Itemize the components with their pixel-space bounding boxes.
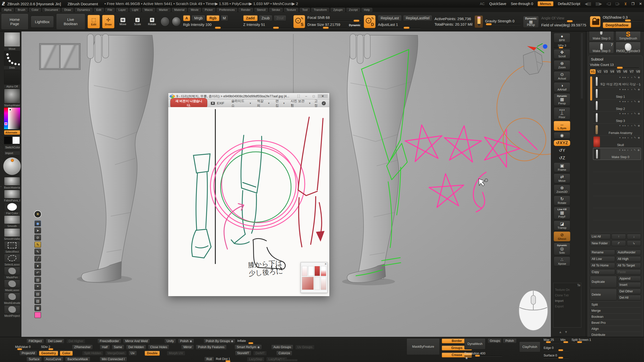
section-boolean[interactable]: Boolean bbox=[590, 313, 641, 320]
viewer-menu-슬라이드쇼[interactable]: 슬라이드 쇼▼ bbox=[231, 99, 251, 108]
min-slider[interactable]: Min bbox=[560, 338, 570, 343]
close-button[interactable]: ✕ bbox=[639, 2, 642, 6]
rotate-button[interactable]: RRotate bbox=[146, 15, 158, 28]
menu-document[interactable]: Document bbox=[42, 8, 60, 12]
menu-macro[interactable]: Macro bbox=[142, 8, 155, 12]
xyz-button[interactable]: ↺XYZ bbox=[554, 140, 570, 146]
freezeborder-button[interactable]: FreezeBorder bbox=[97, 339, 121, 344]
SPix 3-slider[interactable]: SPix 3 bbox=[554, 44, 570, 48]
move-up-button[interactable]: ↑ bbox=[612, 234, 626, 239]
menu-preferences[interactable]: Preferences bbox=[217, 8, 237, 12]
adjust-last-slider[interactable]: AdjustLast 1 bbox=[378, 22, 421, 28]
secondary-color-swatch[interactable] bbox=[12, 137, 20, 144]
menu-help[interactable]: Help bbox=[361, 8, 373, 12]
left-shelf-item-meshproject[interactable]: MeshProject bbox=[4, 305, 20, 318]
del-lower-button[interactable]: Del Lower bbox=[46, 339, 64, 344]
move-button[interactable]: MMove bbox=[117, 15, 129, 28]
rot-y-button[interactable]: ↺Y bbox=[554, 147, 570, 154]
delete-button[interactable]: Delete bbox=[590, 289, 617, 300]
tool-thumb-pm3d-cylinder[interactable]: PM3D_Cylinder3 bbox=[616, 42, 641, 54]
current-material-sphere[interactable] bbox=[3, 157, 21, 175]
live-boolean-button[interactable]: Live Boolean bbox=[56, 14, 85, 30]
see-through-slider[interactable]: See-through 0 bbox=[511, 2, 533, 6]
rgb-button[interactable]: Rgb bbox=[207, 15, 219, 21]
right-tray-arrows[interactable]: ▲▼ bbox=[559, 330, 570, 334]
half-button[interactable]: Half bbox=[100, 345, 110, 350]
anchor-a-button[interactable]: A bbox=[183, 15, 190, 21]
solo-button[interactable]: Dynamic◎Solo bbox=[554, 243, 570, 255]
left-shelf-item-selectlasso[interactable]: SelectLasso bbox=[4, 254, 20, 266]
home-page-button[interactable]: Home Page bbox=[1, 14, 28, 30]
frame-button[interactable]: ▣Frame bbox=[554, 162, 570, 172]
right-tray-scrollbar[interactable] bbox=[581, 33, 583, 99]
menu-tool[interactable]: Tool bbox=[300, 8, 310, 12]
import-button[interactable]: Import bbox=[4, 151, 20, 155]
subtool-item[interactable]: ▾ ●● ◐ ◑ ✎ ◉9강 여성 2단계 바디 각상 - 상체 bbox=[593, 75, 641, 87]
menu-light[interactable]: Light bbox=[130, 8, 141, 12]
left-tray-resize-handle[interactable] bbox=[1, 114, 3, 167]
deep-shadow-button[interactable]: DeepShadow bbox=[603, 22, 631, 28]
menu-color[interactable]: Color bbox=[29, 8, 41, 12]
subtool-scroll-indicator[interactable] bbox=[590, 76, 592, 101]
exif-button[interactable]: EXIF bbox=[211, 101, 224, 105]
slash-circle-icon[interactable]: ⊘ bbox=[34, 235, 41, 241]
menu-layer[interactable]: Layer bbox=[116, 8, 128, 12]
mergedown-button[interactable]: MergeDown bbox=[105, 351, 127, 356]
lsym-button[interactable]: ↔L.Sym bbox=[554, 121, 570, 131]
gravity-strength-slider[interactable]: Gravity Strength 0 bbox=[485, 19, 520, 25]
menu-dynamics[interactable]: Dynamics bbox=[75, 8, 92, 12]
dynamesh-button[interactable]: DynaMesh bbox=[464, 338, 486, 349]
del-higher-button[interactable]: Del Higher bbox=[66, 339, 86, 344]
subtool-header[interactable]: Subtool bbox=[591, 57, 641, 61]
field-of-view-value[interactable]: Field of view(deg) 39.59775 bbox=[541, 23, 588, 27]
resolution-slider[interactable]: Resolution 400 bbox=[464, 351, 502, 360]
subtool-tab-v5[interactable]: V5 bbox=[616, 69, 622, 74]
left-shelf-item-flat-color[interactable]: Flat Color bbox=[4, 203, 20, 215]
del-all-button[interactable]: Del All bbox=[618, 295, 641, 300]
pin-button[interactable]: 고정✓ bbox=[314, 99, 326, 108]
viewer-close-button[interactable]: ✕ bbox=[318, 94, 328, 98]
rename-button[interactable]: Rename bbox=[590, 250, 615, 255]
menu-edit[interactable]: Edit bbox=[94, 8, 104, 12]
saturation-value-square[interactable] bbox=[8, 108, 20, 129]
ghost-button[interactable]: ⊘Ghost bbox=[554, 232, 570, 241]
unify-button[interactable]: Unify bbox=[164, 339, 176, 344]
doc-icon[interactable]: ▤ bbox=[34, 291, 41, 297]
dot-icon[interactable]: ● bbox=[34, 263, 41, 269]
angle-of-view-slider[interactable]: Angle Of View bbox=[541, 16, 588, 22]
lazystep-button[interactable]: LazyStep bbox=[247, 357, 264, 362]
head-gizmo[interactable] bbox=[523, 43, 547, 75]
left-shelf-item-smooth[interactable]: Smooth bbox=[4, 215, 20, 228]
palette-icon[interactable]: ▦ bbox=[34, 305, 41, 311]
document-canvas[interactable]: ☀ ◉➤⊘✎✎╱●↶▥❝▤▧▦■ 9 - 다리(허벅지, 무릎, 종아리) > … bbox=[21, 31, 551, 337]
viewer-filmstrip-panel[interactable]: ✕ bbox=[301, 262, 328, 293]
gravity-pencil-icon[interactable] bbox=[475, 16, 483, 28]
replay-last-button[interactable]: ReplayLast bbox=[378, 15, 402, 21]
obj-shadow-slider[interactable]: ObjShadow 0.3 bbox=[603, 15, 643, 21]
section-align[interactable]: Align bbox=[590, 326, 641, 332]
dynamic-label[interactable]: Dynamic bbox=[349, 24, 360, 27]
morph-uv-button[interactable]: Morph UV bbox=[167, 351, 185, 356]
accucurve-button[interactable]: AccuCurve bbox=[44, 357, 63, 362]
split-hidden-button[interactable]: Split Hidden bbox=[82, 351, 103, 356]
clone-txtr-button[interactable]: Clone Txtr bbox=[555, 294, 580, 297]
menu-material[interactable]: Material bbox=[172, 8, 187, 12]
bpr-button[interactable]: ●BPR bbox=[554, 33, 570, 43]
left-shelf-item-meshextrude[interactable]: MeshExtrude bbox=[4, 292, 20, 305]
bubble-icon[interactable]: ❝ bbox=[34, 284, 41, 290]
subtool-tab-v6[interactable]: V6 bbox=[622, 69, 628, 74]
menu-movie[interactable]: Movie bbox=[188, 8, 201, 12]
viewer-image-area[interactable]: 膝から下は 少し後ろに ✕ bbox=[168, 107, 329, 296]
z-intensity-slider[interactable]: Z Intensity 51 bbox=[243, 22, 291, 28]
section-merge[interactable]: Merge bbox=[590, 307, 641, 313]
pen-icon[interactable]: ✎ bbox=[34, 249, 41, 255]
ruler-icon[interactable]: ╱ bbox=[34, 256, 41, 262]
menu-stencil[interactable]: Stencil bbox=[254, 8, 268, 12]
left-shelf-item-maskpen[interactable]: MaskPen bbox=[4, 267, 20, 279]
mirror-button[interactable]: Mirror bbox=[181, 345, 194, 350]
projectall-button[interactable]: ProjectAll bbox=[19, 351, 37, 356]
all-low-button[interactable]: All Low bbox=[590, 256, 615, 262]
move-down-button[interactable]: ↓ bbox=[627, 234, 641, 239]
left-shelf-item-masklasso[interactable]: MaskLasso bbox=[4, 280, 20, 292]
subtool-tab-v2[interactable]: V2 bbox=[596, 69, 602, 74]
